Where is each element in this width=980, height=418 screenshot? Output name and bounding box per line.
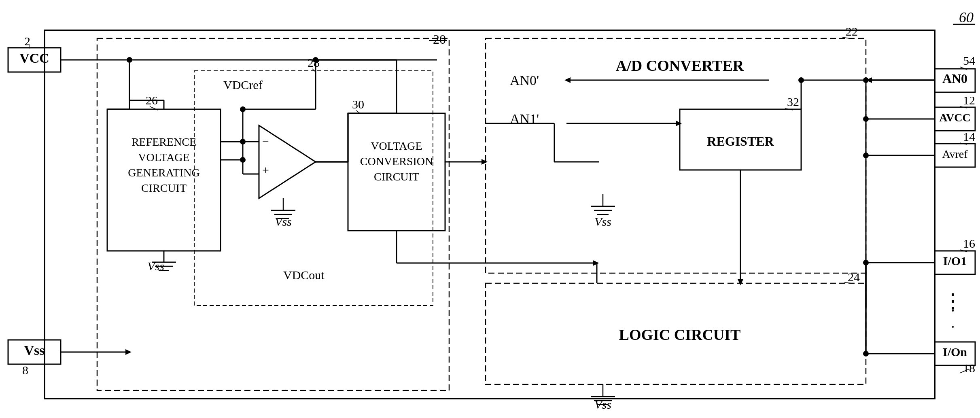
avcc-box-label: AVCC — [939, 111, 970, 124]
ref-voltage-label2: VOLTAGE — [138, 151, 189, 163]
logic-circuit-label: LOGIC CIRCUIT — [619, 326, 741, 343]
svg-rect-14 — [107, 109, 221, 251]
svg-marker-70 — [738, 279, 743, 285]
opamp-plus: + — [262, 163, 269, 176]
vss-opamp-label: Vss — [275, 215, 292, 228]
an0-prime-label: AN0' — [510, 73, 539, 88]
svg-marker-105 — [593, 260, 599, 266]
num32-label: 32 — [787, 95, 799, 108]
svg-point-110 — [863, 153, 869, 158]
vdcout-label: VDCout — [283, 268, 325, 282]
num28-label: 28 — [308, 56, 320, 69]
num14-label: 14 — [963, 130, 975, 143]
ion-box-label: I/On — [943, 345, 967, 359]
avref-box-label: Avref — [942, 148, 968, 160]
num12-label: 12 — [963, 93, 975, 107]
circuit-diagram: 60 VCC 2 Vss 8 20 REFERENCE VOLTAGE GENE… — [0, 0, 980, 418]
voltage-conv-label3: CIRCUIT — [374, 170, 419, 183]
svg-point-116 — [240, 157, 246, 163]
vss-ext-label: Vss — [24, 343, 45, 358]
svg-marker-58 — [564, 77, 571, 83]
ref-voltage-label: REFERENCE — [132, 136, 196, 148]
num30-label: 30 — [352, 98, 364, 111]
num22-label: 22 — [846, 25, 858, 38]
figure-number: 60 — [959, 9, 974, 25]
num16-label: 16 — [963, 237, 975, 250]
ad-converter-label: A/D CONVERTER — [616, 57, 744, 74]
an0-box-label: AN0 — [942, 71, 967, 86]
num18-label: 18 — [963, 361, 975, 375]
vdcref-label: VDCref — [223, 78, 263, 91]
svg-point-109 — [863, 116, 869, 122]
svg-point-111 — [863, 260, 869, 265]
voltage-conv-label1: VOLTAGE — [371, 140, 422, 152]
svg-marker-54 — [482, 159, 488, 165]
register-label: REGISTER — [707, 134, 774, 149]
vertical-dots: ⋮ — [943, 289, 963, 312]
opamp-minus: − — [262, 135, 269, 148]
voltage-conv-label2: CONVERSION — [360, 155, 433, 168]
num54-label: 54 — [963, 54, 975, 67]
svg-point-112 — [863, 351, 869, 356]
dots-label3: · — [951, 319, 955, 335]
io1-box-label: I/O1 — [943, 254, 967, 267]
ref-voltage-label3: GENERATING — [128, 166, 199, 179]
svg-marker-11 — [125, 349, 132, 355]
svg-point-113 — [863, 77, 869, 83]
ref-voltage-label4: CIRCUIT — [141, 182, 187, 194]
num20-label: 20 — [433, 32, 446, 47]
vss-ad-label: Vss — [594, 215, 611, 228]
num8-label: 8 — [22, 363, 28, 377]
vcc-label: VCC — [19, 51, 49, 66]
svg-marker-72 — [676, 121, 682, 126]
num24-label: 24 — [848, 270, 860, 284]
